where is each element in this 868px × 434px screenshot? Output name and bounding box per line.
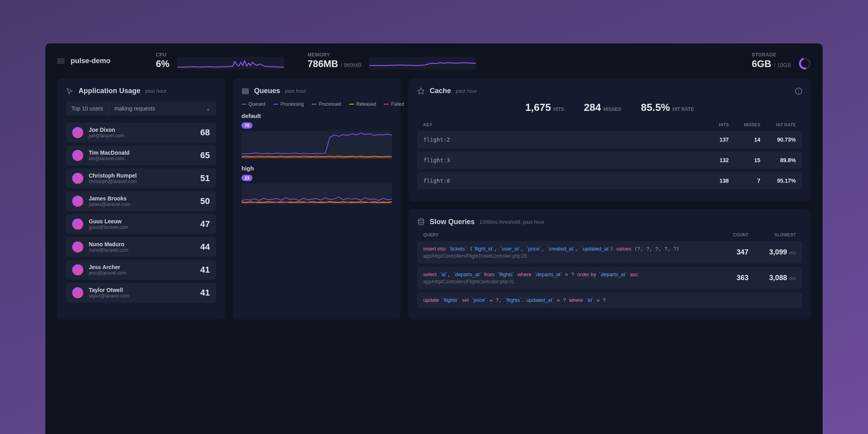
database-icon xyxy=(417,218,425,226)
user-row[interactable]: Jess Archerjess@laravel.com41 xyxy=(66,260,216,280)
user-row[interactable]: Taylor Otwelltaylor@laravel.com41 xyxy=(66,283,216,303)
slow-queries-card: Slow Queries 1000ms threshold, past hour… xyxy=(408,209,811,320)
user-row[interactable]: Christoph Rumpelchristoph@laravel.com51 xyxy=(66,168,216,188)
top-bar: pulse-demo CPU 6% MEMORY 786MB / 969MB S… xyxy=(57,52,811,69)
queue-icon xyxy=(241,87,249,95)
svg-rect-0 xyxy=(243,89,249,90)
svg-rect-2 xyxy=(243,93,249,94)
user-row[interactable]: Nuno Maduronuno@laravel.com44 xyxy=(66,237,216,257)
rocket-icon xyxy=(417,87,425,95)
avatar xyxy=(72,287,83,298)
cpu-metric: CPU 6% xyxy=(156,52,284,69)
usage-filter-select[interactable]: Top 10 users making requests ⌄ xyxy=(66,101,216,116)
avatar xyxy=(72,219,83,230)
host-block: pulse-demo xyxy=(57,57,132,65)
slow-query-row[interactable]: select `id`, `departs_at` from `flights`… xyxy=(417,267,802,289)
user-row[interactable]: Guus Leeuwguus@laravel.com47 xyxy=(66,214,216,234)
svg-rect-1 xyxy=(243,91,249,92)
storage-metric: STORAGE 6GB / 10GB xyxy=(752,52,811,69)
slow-query-row[interactable]: insert into `tickets` (`flight_id`, `use… xyxy=(417,241,802,264)
queue-legend: QueuedProcessingProcessedReleasedFailed xyxy=(241,101,392,107)
host-name: pulse-demo xyxy=(71,57,110,65)
avatar xyxy=(72,127,83,138)
slow-queries-header: QUERYCOUNTSLOWEST xyxy=(417,232,802,241)
cache-stats: 1,675HITS284MISSES85.5%HIT RATE xyxy=(417,101,802,114)
cache-row[interactable]: flight:31321589.8% xyxy=(417,152,802,169)
avatar xyxy=(72,150,83,161)
cache-table-header: KEYHITSMISSESHIT RATE xyxy=(417,122,802,131)
cache-row[interactable]: flight:8138795.17% xyxy=(417,172,802,189)
slow-query-row[interactable]: update `flights` set `price` = ?, `fligh… xyxy=(417,292,802,308)
usage-card: Application Usage past hour Top 10 users… xyxy=(57,78,225,320)
queues-card: Queues past hour QueuedProcessingProcess… xyxy=(233,78,400,320)
avatar xyxy=(72,264,83,275)
cursor-icon xyxy=(66,87,74,95)
storage-ring-icon xyxy=(797,56,813,72)
cache-row[interactable]: flight:21371490.73% xyxy=(417,131,802,148)
cache-card: Cache past hour i 1,675HITS284MISSES85.5… xyxy=(408,78,811,201)
user-row[interactable]: Joe Dixonjoe@laravel.com68 xyxy=(66,123,216,142)
memory-sparkline xyxy=(369,57,476,69)
chevron-down-icon: ⌄ xyxy=(200,101,216,116)
svg-point-3 xyxy=(418,219,423,221)
queue-count-badge: 23 xyxy=(241,175,253,181)
user-row[interactable]: James Brooksjames@laravel.com50 xyxy=(66,191,216,211)
queue-chart xyxy=(241,131,392,159)
avatar xyxy=(72,241,83,253)
queue-count-badge: 70 xyxy=(241,122,253,129)
dashboard: pulse-demo CPU 6% MEMORY 786MB / 969MB S… xyxy=(45,43,823,434)
user-row[interactable]: Tim MacDonaldtim@laravel.com65 xyxy=(66,146,216,165)
avatar xyxy=(72,196,83,207)
memory-metric: MEMORY 786MB / 969MB xyxy=(308,52,476,69)
queue-chart xyxy=(241,183,392,204)
cpu-sparkline xyxy=(178,57,284,69)
server-icon xyxy=(57,58,64,64)
info-icon[interactable]: i xyxy=(795,88,802,95)
user-list: Joe Dixonjoe@laravel.com68Tim MacDonaldt… xyxy=(66,123,216,303)
avatar xyxy=(72,173,83,184)
